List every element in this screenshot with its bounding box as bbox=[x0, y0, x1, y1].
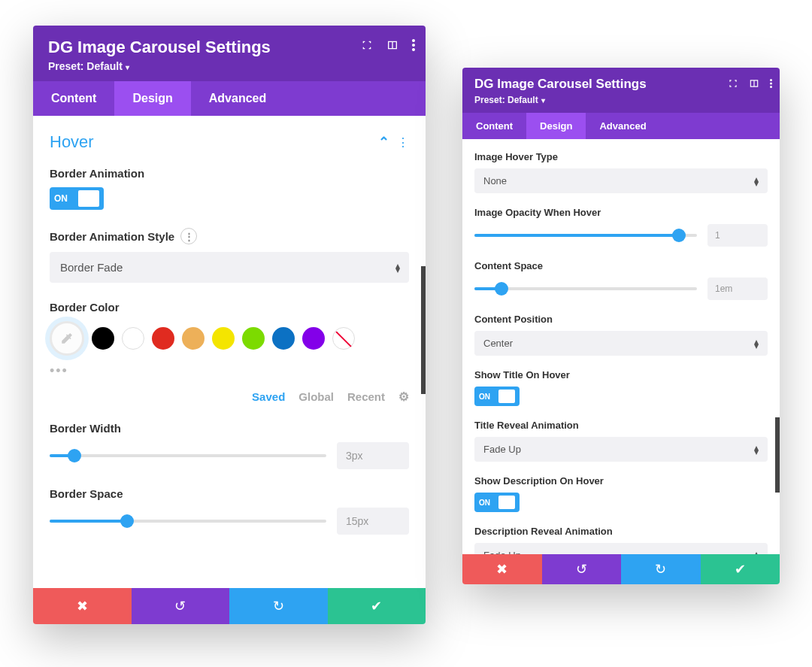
border-space-input[interactable] bbox=[337, 508, 409, 535]
columns-icon[interactable] bbox=[386, 39, 398, 51]
color-swatch-orange[interactable] bbox=[182, 327, 205, 350]
panel-body: Image Hover Type None ▴▾ Image Opacity W… bbox=[462, 139, 780, 554]
preset-dropdown[interactable]: Preset: Default bbox=[474, 95, 768, 105]
border-space-control: Border Space bbox=[50, 487, 409, 535]
undo-button[interactable]: ↺ bbox=[132, 588, 230, 624]
more-icon[interactable] bbox=[412, 39, 415, 51]
color-swatch-black[interactable] bbox=[92, 327, 114, 350]
panel-footer: ✖ ↺ ↻ ✔ bbox=[33, 588, 426, 624]
settings-panel-right: DG Image Carousel Settings Preset: Defau… bbox=[462, 68, 780, 584]
columns-icon[interactable] bbox=[749, 78, 759, 89]
show-description-toggle[interactable]: ON bbox=[474, 493, 520, 512]
expand-icon[interactable] bbox=[728, 78, 738, 89]
panel-title: DG Image Carousel Settings bbox=[48, 38, 411, 57]
content-position-select[interactable]: Center ▴▾ bbox=[474, 331, 768, 356]
tab-advanced[interactable]: Advanced bbox=[586, 113, 659, 139]
select-arrow-icon: ▴▾ bbox=[754, 445, 759, 454]
select-arrow-icon: ▴▾ bbox=[754, 177, 759, 186]
panel-header: DG Image Carousel Settings Preset: Defau… bbox=[462, 68, 780, 113]
border-animation-style-control: Border Animation Style Border Fade ▴▾ bbox=[50, 228, 409, 283]
section-header: Hover ⌃ ⋮ bbox=[50, 132, 409, 152]
scrollbar[interactable] bbox=[775, 417, 780, 493]
toggle-handle bbox=[78, 190, 99, 207]
panel-tabs: Content Design Advanced bbox=[462, 113, 780, 139]
toggle-text: ON bbox=[54, 193, 68, 204]
undo-button[interactable]: ↺ bbox=[542, 554, 622, 584]
tab-design[interactable]: Design bbox=[526, 113, 586, 139]
more-colors-icon[interactable]: ••• bbox=[50, 363, 409, 379]
tab-advanced[interactable]: Advanced bbox=[191, 81, 284, 116]
eyedropper-button[interactable] bbox=[50, 321, 84, 356]
section-more-icon[interactable]: ⋮ bbox=[397, 135, 409, 150]
collapse-icon[interactable]: ⌃ bbox=[378, 134, 389, 150]
svg-point-1 bbox=[412, 44, 415, 47]
border-width-slider[interactable] bbox=[50, 454, 326, 457]
color-swatch-white[interactable] bbox=[122, 327, 144, 350]
border-color-label: Border Color bbox=[50, 301, 409, 314]
redo-button[interactable]: ↻ bbox=[621, 554, 701, 584]
preset-dropdown[interactable]: Preset: Default bbox=[48, 60, 411, 72]
content-space-input[interactable] bbox=[707, 277, 768, 300]
slider-handle[interactable] bbox=[672, 229, 686, 242]
border-animation-toggle[interactable]: ON bbox=[50, 187, 104, 210]
cancel-button[interactable]: ✖ bbox=[33, 588, 132, 624]
field-options-icon[interactable] bbox=[180, 228, 197, 244]
show-description-label: Show Description On Hover bbox=[474, 475, 768, 487]
title-reveal-select[interactable]: Fade Up ▴▾ bbox=[474, 437, 768, 462]
panel-tabs: Content Design Advanced bbox=[33, 81, 426, 116]
select-arrow-icon: ▴▾ bbox=[395, 263, 400, 272]
show-title-label: Show Title On Hover bbox=[474, 369, 768, 380]
redo-button[interactable]: ↻ bbox=[229, 588, 328, 624]
panel-header: DG Image Carousel Settings Preset: Defau… bbox=[33, 26, 426, 81]
color-swatch-blue[interactable] bbox=[272, 327, 295, 350]
border-width-label: Border Width bbox=[50, 422, 409, 435]
border-width-input[interactable] bbox=[337, 442, 409, 469]
color-settings-icon[interactable]: ⚙ bbox=[398, 390, 409, 404]
border-space-label: Border Space bbox=[50, 487, 409, 500]
border-width-control: Border Width bbox=[50, 422, 409, 469]
svg-point-2 bbox=[412, 48, 415, 51]
color-swatch-yellow[interactable] bbox=[212, 327, 235, 350]
color-swatch-purple[interactable] bbox=[302, 327, 325, 350]
more-icon[interactable] bbox=[770, 78, 772, 89]
tab-content[interactable]: Content bbox=[33, 81, 114, 116]
select-arrow-icon: ▴▾ bbox=[754, 339, 759, 348]
slider-handle[interactable] bbox=[120, 514, 134, 528]
save-button[interactable]: ✔ bbox=[328, 588, 426, 624]
section-title: Hover bbox=[50, 132, 94, 152]
save-button[interactable]: ✔ bbox=[701, 554, 780, 584]
color-swatch-none[interactable] bbox=[332, 327, 355, 350]
color-tab-recent[interactable]: Recent bbox=[347, 390, 385, 403]
image-hover-type-select[interactable]: None ▴▾ bbox=[474, 168, 768, 193]
content-space-label: Content Space bbox=[474, 260, 768, 271]
scrollbar[interactable] bbox=[421, 266, 426, 394]
svg-point-5 bbox=[770, 86, 772, 88]
border-space-slider[interactable] bbox=[50, 520, 326, 523]
svg-point-3 bbox=[770, 79, 772, 81]
image-hover-type-label: Image Hover Type bbox=[474, 151, 768, 162]
color-tab-saved[interactable]: Saved bbox=[252, 390, 285, 403]
description-reveal-select[interactable]: Fade Up ▴▾ bbox=[474, 543, 768, 554]
color-tabs: Saved Global Recent ⚙ bbox=[50, 390, 409, 404]
slider-handle[interactable] bbox=[495, 282, 508, 296]
border-animation-style-select[interactable]: Border Fade ▴▾ bbox=[50, 252, 409, 283]
panel-footer: ✖ ↺ ↻ ✔ bbox=[462, 554, 780, 584]
color-swatch-red[interactable] bbox=[152, 327, 174, 350]
image-opacity-slider[interactable] bbox=[474, 234, 697, 237]
show-title-toggle[interactable]: ON bbox=[474, 387, 520, 406]
content-space-slider[interactable] bbox=[474, 287, 697, 290]
color-tab-global[interactable]: Global bbox=[298, 390, 334, 403]
title-reveal-label: Title Reveal Animation bbox=[474, 420, 768, 431]
cancel-button[interactable]: ✖ bbox=[462, 554, 542, 584]
svg-point-4 bbox=[770, 83, 772, 85]
border-color-control: Border Color ••• Saved Global Recent bbox=[50, 301, 409, 404]
tab-content[interactable]: Content bbox=[462, 113, 526, 139]
image-opacity-input[interactable] bbox=[707, 224, 768, 247]
expand-icon[interactable] bbox=[361, 39, 373, 51]
color-swatch-green[interactable] bbox=[242, 327, 265, 350]
border-animation-control: Border Animation ON bbox=[50, 167, 409, 210]
slider-handle[interactable] bbox=[68, 449, 81, 462]
tab-design[interactable]: Design bbox=[114, 81, 190, 116]
select-arrow-icon: ▴▾ bbox=[754, 551, 759, 555]
panel-title: DG Image Carousel Settings bbox=[474, 77, 768, 92]
